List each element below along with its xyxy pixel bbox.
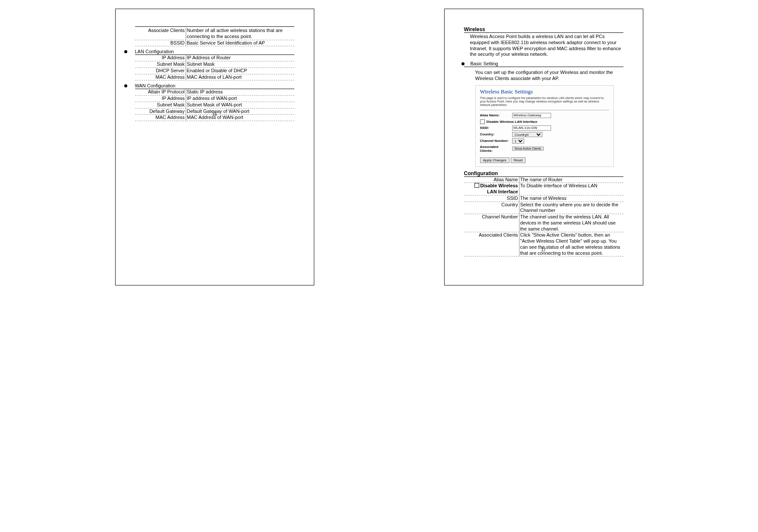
document-spread: Associate ClientsNumber of all active wi…: [0, 0, 758, 294]
wbs-disable-row: Disable Wireless LAN Interface: [480, 119, 609, 124]
wbs-ssid-row: SSID:: [480, 125, 609, 131]
row-value: MAC Address of LAN-port: [186, 74, 294, 80]
row-term: Subnet Mask: [135, 61, 186, 67]
row-term: IP Address: [135, 96, 186, 102]
lan-config-label: LAN Configuration: [135, 49, 174, 54]
bullet-icon: [124, 50, 127, 53]
configuration-rows: Alias NameThe name of RouterDisable Wire…: [464, 177, 623, 257]
wbs-alias-label: Alias Name:: [480, 113, 512, 117]
row-value: Static IP address: [186, 89, 294, 95]
page-16-wrap: Associate ClientsNumber of all active wi…: [72, 9, 358, 285]
reset-button[interactable]: Reset: [511, 157, 526, 163]
row-term: IP Address: [135, 55, 186, 61]
table-row: CountrySelect the country where you are …: [464, 202, 623, 215]
table-row: Associated ClientsClick "Show Active Cli…: [464, 232, 623, 256]
row-value: Basic Service Set Identification of AP: [186, 40, 294, 46]
table-row: Attain IP ProtocolStatic IP address: [135, 89, 294, 96]
row-term: Disable Wireless LAN Interface: [464, 183, 519, 195]
wbs-alias-row: Alias Name:: [480, 113, 609, 118]
wbs-channel-row: Channel Number: 1: [480, 138, 609, 144]
row-term: Subnet Mask: [135, 102, 186, 108]
wbs-ssid-label: SSID:: [480, 126, 512, 130]
lan-def-rows: IP AddressIP Address of RouterSubnet Mas…: [135, 55, 294, 80]
page-number: 17: [464, 247, 623, 252]
row-value: Enabled or Disable of DHCP: [186, 68, 294, 74]
wan-config-label: WAN Configuration: [135, 83, 176, 88]
disable-wlan-checkbox[interactable]: [480, 119, 485, 124]
row-term: Associate Clients: [135, 28, 186, 40]
table-row: Disable Wireless LAN InterfaceTo Disable…: [464, 183, 623, 195]
wireless-basic-settings-panel: Wireless Basic Settings This page is use…: [475, 85, 614, 167]
row-term: BSSID: [135, 40, 186, 46]
wbs-separator: [480, 110, 609, 110]
row-value: Subnet Mask: [186, 61, 294, 67]
table-row: Alias NameThe name of Router: [464, 177, 623, 183]
wbs-country-label: Country:: [480, 132, 512, 136]
page-16: Associate ClientsNumber of all active wi…: [115, 9, 314, 285]
country-select[interactable]: Country0: [512, 132, 542, 137]
table-row: SSIDThe name of Wireless: [464, 195, 623, 202]
wireless-heading: Wireless: [464, 26, 623, 33]
row-value: The name of Router: [519, 177, 623, 183]
row-value: Subnet Mask of WAN-port: [186, 102, 294, 108]
row-value: IP address of WAN-port: [186, 96, 294, 102]
apply-changes-button[interactable]: Apply Changes: [480, 157, 510, 163]
table-row: IP AddressIP address of WAN-port: [135, 96, 294, 102]
wbs-disable-label: Disable Wireless LAN Interface: [487, 120, 538, 124]
page-number: 16: [135, 112, 294, 117]
row-value: IP Address of Router: [186, 55, 294, 61]
wbs-button-row: Apply Changes Reset: [480, 157, 609, 163]
basic-setting-label: Basic Setting: [471, 61, 498, 66]
row-term: SSID: [464, 195, 519, 202]
configuration-heading: Configuration: [464, 170, 623, 177]
page-17-wrap: Wireless Wireless Access Point builds a …: [401, 9, 687, 285]
row-term: MAC Address: [135, 74, 186, 80]
row-value: The channel used by the wireless LAN. Al…: [519, 214, 623, 232]
row-value: The name of Wireless: [519, 195, 623, 202]
table-row: DHCP ServerEnabled or Disable of DHCP: [135, 68, 294, 74]
row-term: Associated Clients: [464, 232, 519, 256]
basic-setting-text: You can set up the configuration of your…: [475, 70, 623, 82]
alias-name-input[interactable]: [512, 113, 551, 118]
row-value: To Disable interface of Wireless LAN: [519, 183, 623, 195]
page-17: Wireless Wireless Access Point builds a …: [444, 9, 643, 285]
row-term: Country: [464, 202, 519, 214]
wbs-assoc-row: Associated Clients: Show Active Clients: [480, 145, 609, 153]
table-row: Channel NumberThe channel used by the wi…: [464, 214, 623, 232]
wan-config-heading: WAN Configuration: [135, 83, 294, 89]
bullet-icon: [461, 62, 464, 65]
basic-setting-heading: Basic Setting: [464, 61, 623, 67]
lan-config-heading: LAN Configuration: [135, 49, 294, 55]
table-row: MAC AddressMAC Address of LAN-port: [135, 74, 294, 81]
bullet-icon: [124, 84, 127, 87]
top-rule: [135, 26, 294, 27]
top-def-rows: Associate ClientsNumber of all active wi…: [135, 28, 294, 46]
row-term: Alias Name: [464, 177, 519, 183]
row-term: Channel Number: [464, 214, 519, 232]
ssid-input[interactable]: [512, 125, 551, 131]
table-row: Subnet MaskSubnet Mask: [135, 61, 294, 68]
wbs-channel-label: Channel Number:: [480, 139, 512, 143]
row-term: Attain IP Protocol: [135, 89, 186, 95]
show-active-clients-button[interactable]: Show Active Clients: [512, 147, 544, 151]
table-row: Associate ClientsNumber of all active wi…: [135, 28, 294, 40]
row-value: Select the country where you are to deci…: [519, 202, 623, 214]
channel-select[interactable]: 1: [512, 138, 524, 144]
wbs-country-row: Country: Country0: [480, 132, 609, 137]
row-value: Number of all active wireless stations t…: [186, 28, 294, 40]
table-row: Subnet MaskSubnet Mask of WAN-port: [135, 102, 294, 109]
wbs-assoc-label: Associated Clients:: [480, 145, 512, 153]
wireless-body: Wireless Access Point builds a wireless …: [470, 34, 623, 58]
wbs-desc: This page is used to configure the param…: [480, 96, 609, 107]
checkbox-icon[interactable]: [474, 183, 479, 188]
wbs-title: Wireless Basic Settings: [480, 88, 609, 95]
table-row: IP AddressIP Address of Router: [135, 55, 294, 61]
table-row: BSSIDBasic Service Set Identification of…: [135, 40, 294, 47]
row-value: Click "Show Active Clients" button, then…: [519, 232, 623, 256]
row-term: DHCP Server: [135, 68, 186, 74]
